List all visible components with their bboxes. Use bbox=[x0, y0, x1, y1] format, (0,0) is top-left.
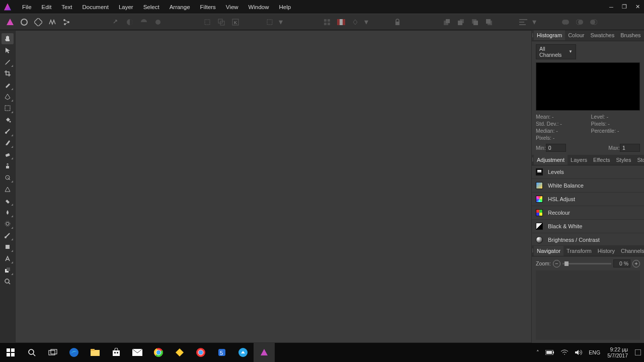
max-input[interactable] bbox=[620, 144, 640, 152]
menu-select[interactable]: Select bbox=[138, 2, 165, 12]
bool-c-icon[interactable] bbox=[588, 16, 600, 28]
flood-fill-tool[interactable] bbox=[2, 114, 14, 125]
liquify-tool[interactable] bbox=[2, 230, 14, 241]
tab-effects[interactable]: Effects bbox=[590, 155, 613, 165]
menu-filters[interactable]: Filters bbox=[195, 2, 221, 12]
sel-k-icon[interactable]: K bbox=[229, 16, 242, 28]
taskview-button[interactable] bbox=[42, 343, 63, 362]
menu-document[interactable]: Document bbox=[77, 2, 113, 12]
zoom-value[interactable]: 0 % bbox=[613, 259, 630, 267]
store-icon[interactable] bbox=[106, 343, 127, 362]
tab-channels[interactable]: Channels bbox=[618, 246, 644, 256]
zoom-slider[interactable] bbox=[562, 263, 611, 264]
channel-dropdown[interactable]: All Channels▼ bbox=[536, 44, 576, 59]
align-icon[interactable] bbox=[517, 16, 529, 28]
selection-brush-tool[interactable] bbox=[2, 79, 14, 90]
snap-icon[interactable] bbox=[349, 16, 361, 28]
tool-d-icon[interactable] bbox=[152, 16, 164, 28]
menu-edit[interactable]: Edit bbox=[37, 2, 57, 12]
adjustment-brightness-contrast[interactable]: Brightness / Contrast bbox=[532, 233, 644, 245]
tray-volume-icon[interactable] bbox=[572, 349, 586, 356]
tray-notifications-icon[interactable] bbox=[632, 349, 644, 355]
maximize-button[interactable]: ❐ bbox=[618, 0, 631, 14]
arrange-d-icon[interactable] bbox=[483, 16, 495, 28]
mail-icon[interactable] bbox=[127, 343, 148, 362]
tray-battery-icon[interactable] bbox=[542, 350, 557, 355]
adjustment-black-white[interactable]: Black & White bbox=[532, 220, 644, 233]
menu-help[interactable]: Help bbox=[274, 2, 296, 12]
navigator-view[interactable] bbox=[536, 270, 640, 340]
tab-brushes[interactable]: Brushes bbox=[617, 30, 643, 40]
edge-icon[interactable] bbox=[63, 343, 85, 362]
tab-adjustment[interactable]: Adjustment bbox=[534, 155, 568, 165]
menu-text[interactable]: Text bbox=[56, 2, 77, 12]
tab-histogram[interactable]: Histogram bbox=[534, 30, 565, 40]
sel-rect-icon[interactable] bbox=[201, 16, 213, 28]
quicksel-icon[interactable] bbox=[264, 16, 276, 28]
mesh-tool[interactable] bbox=[2, 184, 14, 195]
bool-a-icon[interactable] bbox=[559, 16, 572, 28]
menu-layer[interactable]: Layer bbox=[114, 2, 138, 12]
app3-icon[interactable] bbox=[232, 343, 254, 362]
menu-window[interactable]: Window bbox=[244, 2, 274, 12]
adjustment-hsl-adjust[interactable]: HSL Adjust bbox=[532, 193, 644, 206]
smudge-tool[interactable] bbox=[2, 207, 14, 218]
menu-view[interactable]: View bbox=[221, 2, 244, 12]
menu-file[interactable]: File bbox=[17, 2, 37, 12]
align-dd-icon[interactable]: ▾ bbox=[531, 16, 537, 28]
dodge-tool[interactable] bbox=[2, 172, 14, 183]
min-input[interactable] bbox=[546, 144, 566, 152]
adjustment-levels[interactable]: Levels bbox=[532, 165, 644, 179]
close-button[interactable]: ✕ bbox=[631, 0, 644, 14]
sel-overlap-icon[interactable] bbox=[215, 16, 227, 28]
crop-tool[interactable] bbox=[2, 68, 14, 79]
tray-chevron-icon[interactable]: ˄ bbox=[533, 349, 542, 355]
brush-tool[interactable] bbox=[2, 137, 14, 148]
canvas-area[interactable] bbox=[15, 30, 532, 343]
arrange-c-icon[interactable] bbox=[469, 16, 481, 28]
lock-icon[interactable] bbox=[391, 16, 404, 28]
persona-tonemap-icon[interactable] bbox=[46, 16, 58, 28]
zoom-tool[interactable] bbox=[2, 276, 14, 287]
erase-tool[interactable] bbox=[2, 149, 14, 160]
bool-b-icon[interactable] bbox=[574, 16, 586, 28]
zoom-out-button[interactable]: − bbox=[553, 260, 560, 267]
tool-c-icon[interactable] bbox=[138, 16, 150, 28]
pen-tool[interactable] bbox=[2, 91, 14, 102]
chrome-icon[interactable] bbox=[148, 343, 169, 362]
app1-icon[interactable] bbox=[169, 343, 190, 362]
persona-liquify-icon[interactable] bbox=[18, 16, 30, 28]
tool-b-icon[interactable] bbox=[124, 16, 136, 28]
explorer-icon[interactable] bbox=[85, 343, 106, 362]
persona-export-icon[interactable] bbox=[60, 16, 72, 28]
move-tool[interactable] bbox=[2, 45, 14, 56]
adjustment-white-balance[interactable]: White Balance bbox=[532, 179, 644, 193]
quicksel-dd-icon[interactable]: ▾ bbox=[278, 16, 284, 28]
tab-history[interactable]: History bbox=[595, 246, 618, 256]
grid-icon[interactable] bbox=[321, 16, 333, 28]
minimize-button[interactable]: ─ bbox=[605, 0, 618, 14]
gradient-tool[interactable] bbox=[2, 126, 14, 137]
tool-a-icon[interactable] bbox=[110, 16, 122, 28]
tab-swatches[interactable]: Swatches bbox=[588, 30, 618, 40]
zoom-in-button[interactable]: + bbox=[632, 260, 640, 267]
tray-language[interactable]: ENG bbox=[586, 349, 603, 355]
arrange-b-icon[interactable] bbox=[455, 16, 467, 28]
affinity-taskbar-icon[interactable] bbox=[254, 343, 275, 362]
swatch-tool[interactable] bbox=[2, 264, 14, 276]
persona-photo-icon[interactable] bbox=[4, 16, 16, 28]
chrome2-icon[interactable] bbox=[190, 343, 211, 362]
tab-transform[interactable]: Transform bbox=[564, 246, 595, 256]
healing-tool[interactable] bbox=[2, 195, 14, 206]
search-button[interactable] bbox=[21, 343, 42, 362]
clone-tool[interactable] bbox=[2, 160, 14, 171]
adjustment-recolour[interactable]: Recolour bbox=[532, 206, 644, 220]
marquee-tool[interactable] bbox=[2, 103, 14, 114]
app2-icon[interactable]: 5 bbox=[211, 343, 232, 362]
shape-tool[interactable] bbox=[2, 241, 14, 252]
retouch-tool[interactable] bbox=[2, 218, 14, 229]
tray-wifi-icon[interactable] bbox=[557, 349, 572, 355]
arrange-a-icon[interactable] bbox=[441, 16, 453, 28]
tab-styles[interactable]: Styles bbox=[613, 155, 634, 165]
tray-clock[interactable]: 9:22 μμ 5/7/2017 bbox=[603, 346, 632, 358]
